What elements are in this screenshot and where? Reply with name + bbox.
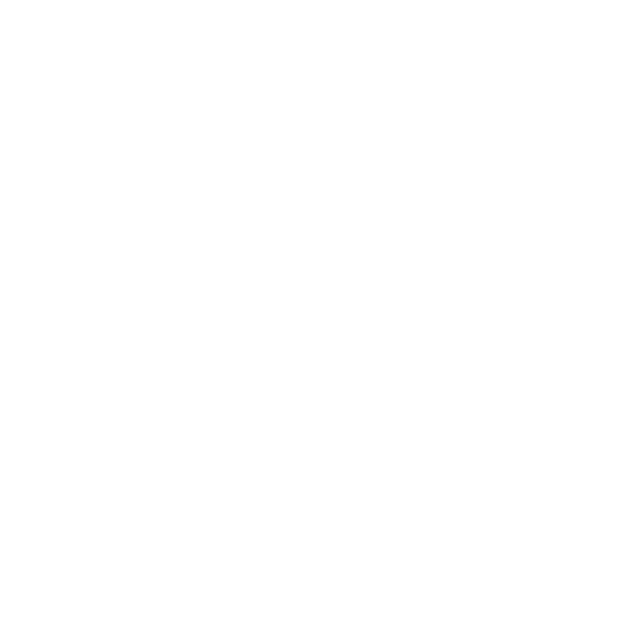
plot-background [0,0,644,644]
bottleneck-chart [0,0,644,644]
chart-stage [0,0,644,644]
